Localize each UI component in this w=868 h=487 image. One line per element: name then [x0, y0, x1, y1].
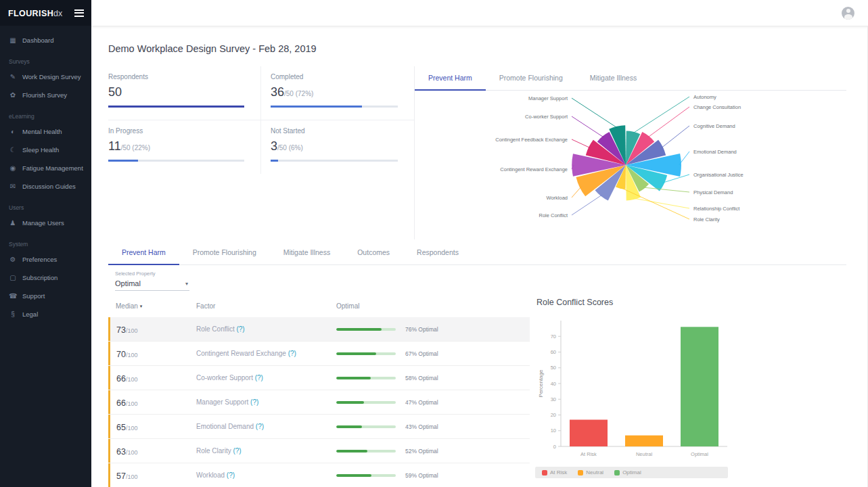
table-header: Median▾ Factor Optimal: [108, 298, 530, 317]
stat-label: Respondents: [108, 73, 244, 80]
menu-toggle-icon[interactable]: [74, 9, 84, 17]
page-title: Demo Workplace Design Survey - Feb 28, 2…: [108, 43, 846, 54]
sidebar-item-mental-health[interactable]: ◐Mental Health: [0, 122, 91, 141]
optimal-label: 76% Optimal: [405, 326, 438, 333]
factor-help-link[interactable]: (?): [256, 423, 264, 430]
optimal-progress-bar: [336, 450, 405, 453]
table-row-contingent-reward-exchange[interactable]: 70/100Contingent Reward Exchange (?)67% …: [108, 342, 530, 366]
sidebar-item-dashboard[interactable]: ▦Dashboard: [0, 31, 91, 49]
row-accent-bar: [108, 366, 110, 390]
rose-label-manager-support: Manager Support: [528, 95, 568, 101]
sidebar: FLOURISHdx ▦DashboardSurveys✎Work Design…: [0, 0, 91, 487]
legend-label: Optimal: [622, 469, 641, 476]
table-row-co-worker-support[interactable]: 66/100Co-worker Support (?)58% Optimal: [108, 366, 530, 390]
optimal-label: 67% Optimal: [405, 350, 438, 357]
sidebar-item-work-design-survey[interactable]: ✎Work Design Survey: [0, 68, 91, 86]
discussion-guides-icon: ✉: [9, 183, 17, 190]
nav-section-users: Users: [0, 195, 91, 214]
stat-value: 50: [108, 85, 244, 99]
sidebar-item-discussion-guides[interactable]: ✉Discussion Guides: [0, 177, 91, 195]
factor-help-link[interactable]: (?): [233, 447, 241, 455]
factor-help-link[interactable]: (?): [250, 398, 258, 406]
table-row-emotional-demand[interactable]: 65/100Emotional Demand (?)43% Optimal: [108, 415, 530, 439]
sidebar-item-support[interactable]: ☎Support: [0, 287, 91, 305]
detail-tab-promote-flourishing[interactable]: Promote Flourishing: [179, 241, 270, 265]
optimal-label: 52% Optimal: [405, 448, 438, 455]
row-accent-bar: [108, 317, 110, 341]
stat-completed: Completed36/50 (72%): [261, 66, 414, 120]
table-row-manager-support[interactable]: 66/100Manager Support (?)47% Optimal: [108, 390, 530, 415]
legal-icon: §: [9, 310, 17, 318]
optimal-label: 43% Optimal: [405, 423, 438, 430]
logo-text-secondary: dx: [53, 9, 62, 18]
detail-tab-respondents[interactable]: Respondents: [403, 241, 472, 265]
property-select-control[interactable]: Optimal ▾: [115, 278, 189, 291]
sidebar-item-legal[interactable]: §Legal: [0, 305, 91, 323]
detail-tab-prevent-harm[interactable]: Prevent Harm: [108, 241, 179, 265]
legend-swatch: [578, 470, 583, 476]
y-tick-label: 70: [551, 333, 556, 340]
table-rows: 73/100Role Conflict (?)76% Optimal70/100…: [108, 317, 530, 487]
x-tick-label: Neutral: [636, 451, 653, 457]
detail-tabs: Prevent HarmPromote FlourishingMitigate …: [108, 241, 846, 265]
legend-item-optimal[interactable]: Optimal: [614, 469, 641, 476]
rose-label-line: [643, 187, 689, 192]
sort-descending-icon: ▾: [140, 304, 143, 309]
detail-tab-outcomes[interactable]: Outcomes: [344, 241, 403, 265]
flourish-survey-icon: ✿: [9, 91, 17, 99]
detail-tab-mitigate-illness[interactable]: Mitigate Illness: [270, 241, 344, 265]
sidebar-item-sleep-health[interactable]: ☾Sleep Health: [0, 141, 91, 159]
factor-name: Role Conflict (?): [196, 325, 336, 333]
sidebar-item-subscription[interactable]: ▢Subscription: [0, 269, 91, 287]
table-row-role-conflict[interactable]: 73/100Role Conflict (?)76% Optimal: [108, 317, 530, 342]
overview-tab-mitigate-illness[interactable]: Mitigate Illness: [576, 66, 650, 91]
factor-name: Contingent Reward Exchange (?): [196, 350, 336, 357]
factor-help-link[interactable]: (?): [236, 325, 244, 333]
table-row-workload[interactable]: 57/100Workload (?)59% Optimal: [108, 463, 530, 487]
median-value: 66/100: [108, 372, 196, 384]
property-select[interactable]: Selected Property Optimal ▾: [115, 271, 189, 291]
main-area: Demo Workplace Design Survey - Feb 28, 2…: [91, 0, 868, 487]
sidebar-item-manage-users[interactable]: ♟Manage Users: [0, 214, 91, 232]
legend-label: Neutral: [586, 469, 603, 476]
rose-label-line: [572, 195, 602, 215]
rose-label-line: [620, 187, 689, 219]
rose-label-line: [633, 198, 689, 208]
sidebar-item-label: Flourish Survey: [22, 91, 67, 99]
stat-label: Not Started: [271, 127, 398, 135]
y-tick-label: 40: [551, 381, 556, 387]
optimal-label: 59% Optimal: [405, 472, 438, 479]
rose-label-emotional-demand: Emotional Demand: [693, 149, 737, 155]
overview-tab-promote-flourishing[interactable]: Promote Flourishing: [486, 66, 576, 91]
app-logo[interactable]: FLOURISHdx: [8, 7, 62, 19]
work-design-survey-icon: ✎: [9, 73, 17, 80]
user-avatar[interactable]: [842, 7, 854, 20]
legend-item-neutral[interactable]: Neutral: [578, 469, 603, 476]
nav-section-elearning: eLearning: [0, 104, 91, 122]
row-accent-bar: [108, 439, 110, 463]
row-accent-bar: [108, 463, 110, 487]
bar-at-risk[interactable]: [570, 420, 608, 447]
top-section: Respondents50Completed36/50 (72%)In Prog…: [108, 66, 846, 239]
stat-progress-bar: [271, 160, 398, 162]
bar-neutral[interactable]: [625, 436, 663, 446]
table-row-role-clarity[interactable]: 63/100Role Clarity (?)52% Optimal: [108, 439, 530, 463]
column-median[interactable]: Median▾: [108, 302, 196, 310]
factor-help-link[interactable]: (?): [255, 374, 263, 381]
rose-label-organisational-justice: Organisational Justice: [693, 172, 744, 178]
legend-item-at-risk[interactable]: At Risk: [542, 469, 567, 476]
overview-tab-prevent-harm[interactable]: Prevent Harm: [415, 66, 486, 91]
sidebar-item-fatigue-management[interactable]: ◉Fatigue Management: [0, 159, 91, 177]
row-accent-bar: [108, 390, 110, 414]
sidebar-item-flourish-survey[interactable]: ✿Flourish Survey: [0, 86, 91, 104]
rose-label-line: [572, 139, 590, 148]
factor-help-link[interactable]: (?): [227, 471, 235, 479]
y-axis-title: Percentage: [538, 369, 544, 397]
y-tick-label: 60: [551, 349, 556, 355]
bar-optimal[interactable]: [681, 327, 718, 446]
stat-not-started: Not Started3/50 (6%): [261, 120, 414, 174]
sidebar-item-preferences[interactable]: ⚙Preferences: [0, 250, 91, 269]
factor-help-link[interactable]: (?): [288, 350, 296, 357]
optimal-progress-bar: [336, 425, 405, 428]
legend-swatch: [614, 470, 620, 476]
